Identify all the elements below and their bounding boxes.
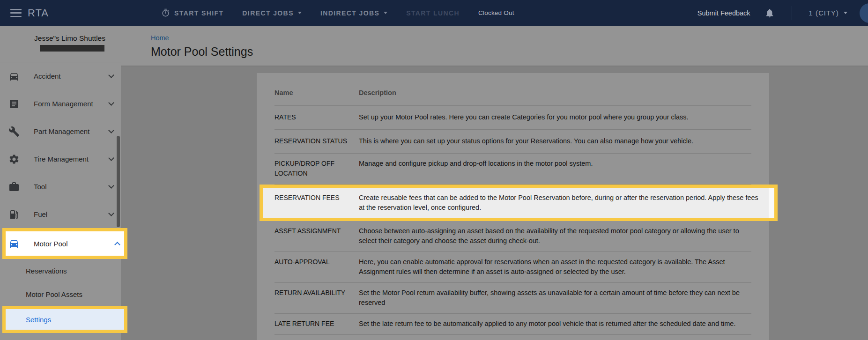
sidebar-item-tire-management[interactable]: Tire Management (0, 145, 121, 173)
breadcrumb-home-link[interactable]: Home (151, 33, 169, 43)
sidebar-item-label: Form Management (34, 100, 93, 108)
sidebar-item-label: Tool (34, 183, 47, 191)
chevron-up-icon (114, 242, 120, 248)
indirect-jobs-label: INDIRECT JOBS (320, 9, 379, 17)
direct-jobs-label: DIRECT JOBS (242, 9, 294, 17)
sidebar-subitem-label: Settings (26, 316, 51, 324)
direct-jobs-button[interactable]: DIRECT JOBS (242, 9, 302, 17)
chevron-down-icon (384, 12, 387, 14)
chevron-down-icon (108, 155, 114, 161)
chevron-down-icon (298, 12, 302, 14)
indirect-jobs-button[interactable]: INDIRECT JOBS (320, 9, 387, 17)
sidebar-item-label: Tire Management (34, 155, 89, 163)
redacted-text-bar (40, 45, 104, 52)
wrench-icon (8, 126, 20, 137)
table-row-pickup-drop-off-location[interactable]: PICKUP/DROP OFF LOCATION Manage and conf… (274, 154, 751, 185)
table-row-asset-assignment[interactable]: ASSET ASSIGNMENT Choose between auto-ass… (274, 221, 751, 252)
account-selector[interactable]: 1 (CITY) (809, 9, 847, 17)
sidebar-item-motor-pool-highlighted[interactable]: Motor Pool (2, 228, 127, 259)
start-lunch-button: START LUNCH (406, 9, 460, 17)
content-area: Name Description RATES Set up your Motor… (121, 66, 868, 340)
sidebar-item-tool[interactable]: Tool (0, 173, 121, 200)
chevron-down-icon (108, 72, 114, 78)
bell-icon[interactable] (764, 8, 775, 18)
app-window: RTA START SHIFT DIRECT JOBS INDIRECT JOB… (0, 0, 868, 340)
company-name: Jesse"s Limo Shuttles (0, 34, 121, 43)
sidebar-scrollbar-thumb[interactable] (117, 136, 120, 227)
sidebar-item-accident[interactable]: Accident (0, 62, 121, 90)
sidebar-item-label: Accident (34, 72, 61, 80)
avatar[interactable] (860, 3, 868, 23)
timer-icon (161, 8, 170, 17)
fuel-pump-icon (8, 209, 20, 220)
nav-menu: START SHIFT DIRECT JOBS INDIRECT JOBS ST… (161, 8, 514, 17)
start-shift-label: START SHIFT (174, 9, 223, 17)
sidebar-header: Jesse"s Limo Shuttles (0, 26, 121, 62)
settings-table-card: Name Description RATES Set up your Motor… (257, 73, 769, 340)
submit-feedback-link[interactable]: Submit Feedback (697, 9, 750, 17)
account-label: 1 (CITY) (809, 9, 839, 17)
page-header: Home Motor Pool Settings (121, 26, 868, 66)
chevron-down-icon (844, 12, 847, 14)
chevron-down-icon (108, 100, 114, 106)
column-header-description: Description (359, 88, 751, 98)
sidebar-item-label: Motor Pool (34, 240, 68, 248)
app-body: Jesse"s Limo Shuttles Accident Form Mana… (0, 26, 868, 340)
nav-right: Submit Feedback 1 (CITY) (697, 3, 868, 23)
table-row-late-return-fee[interactable]: LATE RETURN FEE Set the late return fee … (274, 314, 751, 335)
table-row-return-availability[interactable]: RETURN AVAILABILITY Set the Motor Pool r… (274, 283, 751, 314)
start-shift-button[interactable]: START SHIFT (161, 8, 223, 17)
table-row-rates[interactable]: RATES Set up your Motor Pool rates. Here… (274, 106, 751, 130)
sidebar-item-part-management[interactable]: Part Management (0, 118, 121, 145)
car-icon (8, 71, 20, 82)
clock-status-text: Clocked Out (478, 9, 514, 16)
sidebar-subitem-reservations[interactable]: Reservations (0, 259, 121, 282)
sidebar-item-form-management[interactable]: Form Management (0, 90, 121, 118)
top-navbar: RTA START SHIFT DIRECT JOBS INDIRECT JOB… (0, 0, 868, 26)
sidebar: Jesse"s Limo Shuttles Accident Form Mana… (0, 26, 121, 340)
page-title: Motor Pool Settings (151, 44, 868, 59)
sidebar-item-label: Part Management (34, 127, 89, 135)
car-icon (8, 238, 20, 249)
table-header-row: Name Description (274, 83, 751, 106)
main-area: Home Motor Pool Settings Name Descriptio… (121, 26, 868, 340)
sidebar-subitem-settings-highlighted[interactable]: Settings (2, 306, 127, 333)
hamburger-menu-icon[interactable] (10, 9, 22, 17)
gear-icon (8, 154, 20, 165)
column-header-name: Name (274, 88, 359, 98)
table-row-auto-approval[interactable]: AUTO-APPROVAL Here, you can enable autom… (274, 252, 751, 283)
document-icon (8, 98, 20, 110)
chevron-down-icon (108, 210, 114, 216)
sidebar-subitem-motor-pool-assets[interactable]: Motor Pool Assets (0, 282, 121, 306)
toolbox-icon (8, 181, 20, 192)
sidebar-item-fuel[interactable]: Fuel (0, 200, 121, 228)
start-lunch-label: START LUNCH (406, 9, 460, 17)
table-row-reservation-status[interactable]: RESERVATION STATUS This is where you can… (274, 130, 751, 154)
sidebar-item-label: Fuel (34, 210, 47, 218)
chevron-down-icon (108, 127, 114, 133)
nav-divider (792, 6, 792, 20)
chevron-down-icon (108, 183, 114, 189)
brand-logo: RTA (28, 7, 49, 19)
table-row-reservation-fees-highlighted[interactable]: RESERVATION FEES Create reusable fees th… (260, 185, 778, 221)
